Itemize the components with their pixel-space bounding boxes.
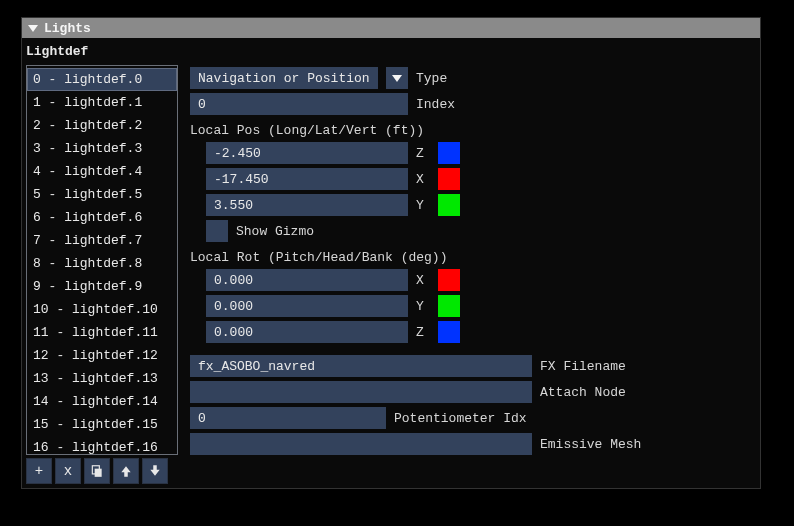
list-item[interactable]: 8 - lightdef.8 <box>27 252 177 275</box>
list-item[interactable]: 7 - lightdef.7 <box>27 229 177 252</box>
list-item[interactable]: 15 - lightdef.15 <box>27 413 177 436</box>
titlebar[interactable]: Lights <box>22 18 760 38</box>
pos-y-color-swatch <box>438 194 460 216</box>
svg-rect-0 <box>95 469 102 477</box>
fx-filename-input[interactable]: fx_ASOBO_navred <box>190 355 532 377</box>
rot-y-input[interactable]: 0.000 <box>206 295 408 317</box>
pos-y-axis-label: Y <box>416 198 430 213</box>
list-item[interactable]: 13 - lightdef.13 <box>27 367 177 390</box>
emissive-mesh-label: Emissive Mesh <box>540 437 641 452</box>
remove-button[interactable]: x <box>55 458 81 484</box>
add-button[interactable]: + <box>26 458 52 484</box>
collapse-icon[interactable] <box>28 25 38 32</box>
localrot-heading: Local Rot (Pitch/Head/Bank (deg)) <box>190 246 756 265</box>
window-title: Lights <box>44 21 91 36</box>
show-gizmo-checkbox[interactable] <box>206 220 228 242</box>
list-item[interactable]: 11 - lightdef.11 <box>27 321 177 344</box>
list-item[interactable]: 12 - lightdef.12 <box>27 344 177 367</box>
rot-z-axis-label: Z <box>416 325 430 340</box>
fx-filename-label: FX Filename <box>540 359 626 374</box>
rot-z-input[interactable]: 0.000 <box>206 321 408 343</box>
emissive-mesh-input[interactable] <box>190 433 532 455</box>
sidebar-toolbar: + x <box>26 458 178 484</box>
pos-x-color-swatch <box>438 168 460 190</box>
sidebar: 0 - lightdef.01 - lightdef.12 - lightdef… <box>26 65 178 484</box>
list-item[interactable]: 0 - lightdef.0 <box>27 68 177 91</box>
chevron-down-icon <box>392 75 402 82</box>
body: 0 - lightdef.01 - lightdef.12 - lightdef… <box>22 63 760 488</box>
pos-z-axis-label: Z <box>416 146 430 161</box>
pos-z-input[interactable]: -2.450 <box>206 142 408 164</box>
pos-x-axis-label: X <box>416 172 430 187</box>
move-down-button[interactable] <box>142 458 168 484</box>
rot-x-color-swatch <box>438 269 460 291</box>
rot-y-axis-label: Y <box>416 299 430 314</box>
show-gizmo-label: Show Gizmo <box>236 224 314 239</box>
arrow-down-icon <box>148 464 162 478</box>
list-item[interactable]: 6 - lightdef.6 <box>27 206 177 229</box>
properties-panel: Navigation or Position Type 0 Index Loca… <box>190 65 756 484</box>
lightdef-list[interactable]: 0 - lightdef.01 - lightdef.12 - lightdef… <box>26 65 178 455</box>
list-item[interactable]: 14 - lightdef.14 <box>27 390 177 413</box>
list-item[interactable]: 5 - lightdef.5 <box>27 183 177 206</box>
index-label: Index <box>416 97 455 112</box>
list-item[interactable]: 2 - lightdef.2 <box>27 114 177 137</box>
type-label: Type <box>416 71 447 86</box>
list-item[interactable]: 9 - lightdef.9 <box>27 275 177 298</box>
list-item[interactable]: 3 - lightdef.3 <box>27 137 177 160</box>
section-title: Lightdef <box>22 38 760 63</box>
rot-y-color-swatch <box>438 295 460 317</box>
index-input[interactable]: 0 <box>190 93 408 115</box>
list-item[interactable]: 16 - lightdef.16 <box>27 436 177 455</box>
type-dropdown-toggle[interactable] <box>386 67 408 89</box>
copy-icon <box>90 464 104 478</box>
pos-y-input[interactable]: 3.550 <box>206 194 408 216</box>
attach-node-input[interactable] <box>190 381 532 403</box>
list-item[interactable]: 4 - lightdef.4 <box>27 160 177 183</box>
move-up-button[interactable] <box>113 458 139 484</box>
pos-z-color-swatch <box>438 142 460 164</box>
attach-node-label: Attach Node <box>540 385 626 400</box>
potentiometer-idx-label: Potentiometer Idx <box>394 411 527 426</box>
arrow-up-icon <box>119 464 133 478</box>
lights-window: Lights Lightdef 0 - lightdef.01 - lightd… <box>21 17 761 489</box>
type-dropdown[interactable]: Navigation or Position <box>190 67 378 89</box>
pos-x-input[interactable]: -17.450 <box>206 168 408 190</box>
potentiometer-idx-input[interactable]: 0 <box>190 407 386 429</box>
list-item[interactable]: 1 - lightdef.1 <box>27 91 177 114</box>
rot-x-axis-label: X <box>416 273 430 288</box>
rot-z-color-swatch <box>438 321 460 343</box>
rot-x-input[interactable]: 0.000 <box>206 269 408 291</box>
copy-button[interactable] <box>84 458 110 484</box>
localpos-heading: Local Pos (Long/Lat/Vert (ft)) <box>190 119 756 138</box>
list-item[interactable]: 10 - lightdef.10 <box>27 298 177 321</box>
